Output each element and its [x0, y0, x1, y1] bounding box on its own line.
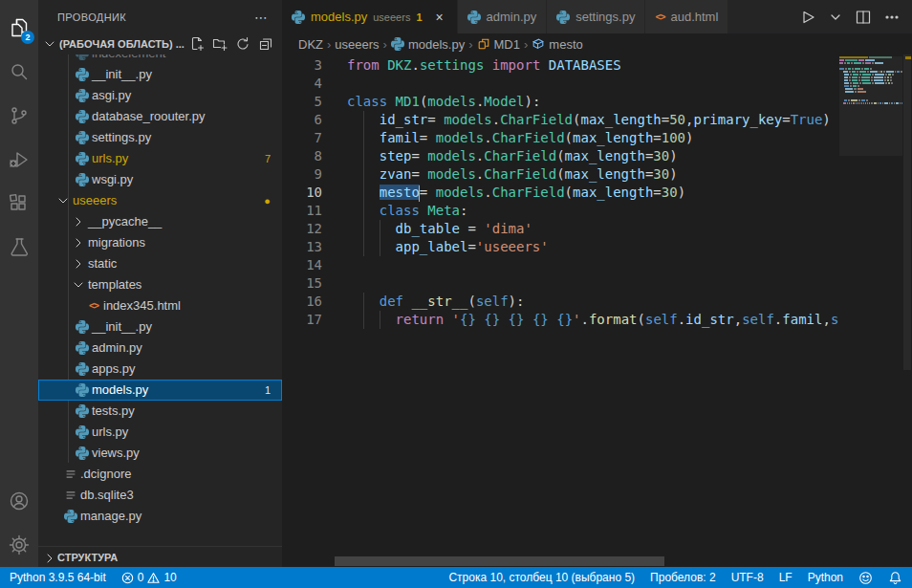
minimap-slider[interactable] [839, 56, 902, 156]
outline-section-header[interactable]: СТРУКТУРА [38, 546, 282, 567]
token [380, 57, 387, 73]
activity-item-run-debug[interactable] [0, 138, 38, 182]
tree-item-useeers[interactable]: useeers● [38, 190, 282, 211]
code-line-13: 13app_label='useeers' [282, 238, 839, 256]
horizontal-scrollbar[interactable] [335, 556, 664, 566]
line-number: 13 [282, 238, 322, 256]
file-tree: indexelement__init__.pyasgi.pydatabase_r… [38, 54, 282, 546]
tree-item-static[interactable]: static [38, 253, 282, 274]
tab-aud.html[interactable]: <>aud.html [645, 0, 728, 33]
line-number: 16 [282, 293, 322, 311]
activity-item-settings[interactable] [0, 523, 38, 567]
status-eol[interactable]: LF [779, 571, 793, 584]
tree-item-apps.py[interactable]: apps.py [38, 359, 282, 380]
breadcrumb-item-useeers[interactable]: useeers [335, 37, 379, 52]
token: class [347, 94, 387, 109]
line-number: 12 [282, 220, 322, 238]
tree-item-database_roouter.py[interactable]: database_roouter.py [38, 106, 282, 127]
token: ( [565, 185, 573, 200]
tree-item-wsgi.py[interactable]: wsgi.py [38, 169, 282, 190]
breadcrumb-item-DKZ[interactable]: DKZ [298, 37, 323, 52]
status-notifications[interactable] [888, 571, 902, 585]
more-actions-button[interactable] [883, 9, 901, 26]
line-number: 3 [282, 56, 322, 75]
breadcrumb-item-models.py[interactable]: models.py [391, 37, 465, 52]
token: models [436, 130, 485, 145]
chevron-down-icon [42, 36, 57, 52]
token [484, 57, 491, 73]
class-icon [477, 37, 490, 51]
code-line-4: 4 [282, 75, 839, 93]
breadcrumb-label: DKZ [298, 37, 323, 52]
new-folder-button[interactable] [211, 35, 228, 53]
run-button[interactable] [799, 9, 816, 26]
overview-ruler[interactable] [902, 54, 912, 567]
close-icon[interactable]: × [432, 10, 447, 25]
token: 'dima' [484, 221, 532, 236]
breadcrumb-item-MD1[interactable]: MD1 [477, 37, 520, 52]
status-indentation[interactable]: Пробелов: 2 [650, 571, 716, 584]
status-feedback[interactable] [858, 571, 873, 585]
tree-item-db.sqlite3[interactable]: db.sqlite3 [38, 485, 282, 506]
code-editor[interactable]: 3from DKZ.settings import DATABASES45cla… [282, 54, 912, 567]
workspace-section-header[interactable]: (РАБОЧАЯ ОБЛАСТЬ) ... [38, 33, 282, 54]
tree-item-badge: 7 [265, 148, 271, 169]
tree-item-admin.py[interactable]: admin.py [38, 338, 282, 359]
status-encoding[interactable]: UTF-8 [731, 571, 764, 584]
activity-item-source-control[interactable] [0, 94, 38, 138]
tree-item-__pycache__[interactable]: __pycache__ [38, 211, 282, 232]
token: max_length [580, 112, 661, 127]
tab-models.py[interactable]: models.pyuseeers1× [282, 0, 458, 33]
new-file-button[interactable] [188, 35, 206, 53]
token: return [396, 312, 445, 327]
indent-guide [363, 202, 364, 220]
code-text: famil= models.CharField(max_length=100) [347, 130, 694, 145]
token: models [444, 112, 492, 127]
line-number: 8 [282, 147, 322, 165]
code-line-5: 5class MD1(models.Model): [282, 93, 839, 111]
code-line-10: 10mesto= models.CharField(max_length=30) [282, 184, 839, 202]
line-number: 10 [282, 184, 322, 202]
tree-item-urls.py[interactable]: urls.py [38, 422, 282, 443]
tree-item-manage.py[interactable]: manage.py [38, 506, 282, 527]
activity-item-account[interactable] [0, 479, 38, 523]
activity-item-testing[interactable] [0, 226, 38, 270]
activity-item-extensions[interactable] [0, 182, 38, 226]
token: __str__ [411, 294, 467, 309]
split-editor-button[interactable] [855, 9, 872, 26]
tree-item-tests.py[interactable]: tests.py [38, 401, 282, 422]
tree-item-.dcignore[interactable]: .dcignore [38, 464, 282, 485]
breadcrumb-item-mesto[interactable]: mesto [532, 37, 582, 52]
refresh-button[interactable] [234, 35, 251, 53]
status-cursor-position[interactable]: Строка 10, столбец 10 (выбрано 5) [448, 571, 635, 584]
token: primary_key [693, 112, 782, 127]
tree-item-settings.py[interactable]: settings.py [38, 127, 282, 148]
run-dropdown-button[interactable] [828, 10, 843, 25]
tree-item-models.py[interactable]: models.py1 [38, 380, 282, 401]
tab-admin.py[interactable]: admin.py [458, 0, 548, 33]
activity-item-search[interactable] [0, 50, 38, 94]
status-language[interactable]: Python [808, 571, 843, 584]
tree-item-templates[interactable]: templates [38, 274, 282, 295]
status-text: UTF-8 [731, 571, 764, 584]
tree-item-urls.py[interactable]: urls.py7 [38, 148, 282, 169]
status-python-version[interactable]: Python 3.9.5 64-bit [10, 571, 106, 584]
status-problems[interactable]: 010 [121, 571, 177, 584]
tree-item-views.py[interactable]: views.py [38, 443, 282, 464]
activity-item-explorer[interactable]: 2 [0, 6, 38, 50]
tree-item-index345.html[interactable]: <>index345.html [38, 295, 282, 316]
collapse-all-button[interactable] [257, 35, 274, 53]
tree-item-label: migrations [88, 232, 145, 253]
search-icon [8, 60, 31, 83]
sidebar-more-actions-button[interactable]: ⋯ [254, 10, 269, 25]
tab-settings.py[interactable]: settings.py [547, 0, 645, 33]
token: Model [484, 94, 524, 109]
tree-item-migrations[interactable]: migrations [38, 232, 282, 253]
tree-item-label: views.py [92, 443, 140, 464]
tree-item-label: .dcignore [80, 464, 131, 485]
tree-item-asgi.py[interactable]: asgi.py [38, 85, 282, 106]
minimap[interactable] [839, 56, 902, 105]
tree-item-indexelement[interactable]: indexelement [38, 54, 282, 64]
tree-item-__init__.py[interactable]: __init__.py [38, 316, 282, 338]
tree-item-__init__.py[interactable]: __init__.py [38, 64, 282, 85]
